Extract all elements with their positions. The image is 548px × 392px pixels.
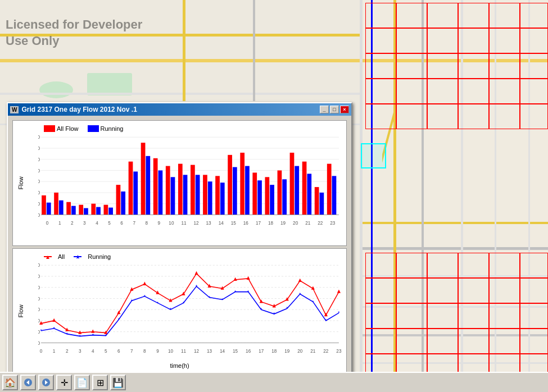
layers-button[interactable]: ⊞ bbox=[92, 375, 108, 390]
svg-rect-80 bbox=[307, 174, 311, 215]
svg-marker-109 bbox=[52, 318, 56, 322]
bar-legend-all-label: All Flow bbox=[57, 125, 79, 132]
svg-text:*: * bbox=[196, 284, 198, 289]
svg-text:12: 12 bbox=[194, 348, 199, 354]
svg-text:11: 11 bbox=[181, 348, 186, 354]
grid-cell bbox=[427, 79, 458, 104]
forward-button[interactable] bbox=[38, 375, 54, 390]
grid-cell bbox=[520, 79, 548, 104]
svg-text:200: 200 bbox=[38, 190, 40, 195]
minimize-button[interactable]: _ bbox=[320, 106, 329, 113]
grid-cell bbox=[458, 104, 489, 129]
grid-cell bbox=[458, 278, 489, 303]
svg-rect-82 bbox=[315, 187, 319, 215]
grid-cell bbox=[458, 28, 489, 53]
grid-cell bbox=[520, 104, 548, 129]
svg-text:16: 16 bbox=[246, 348, 251, 354]
svg-text:600: 600 bbox=[38, 274, 40, 279]
svg-rect-86 bbox=[332, 176, 337, 215]
grid-cell bbox=[396, 303, 427, 329]
svg-rect-41 bbox=[146, 156, 150, 215]
svg-text:9: 9 bbox=[158, 220, 161, 226]
svg-rect-74 bbox=[282, 179, 287, 215]
window-title: Grid 2317 One day Flow 2012 Nov .1 bbox=[21, 106, 137, 113]
grid-cell bbox=[365, 104, 396, 129]
grid-cell bbox=[396, 79, 427, 104]
svg-text:0: 0 bbox=[38, 340, 40, 345]
line-y-label: Flow bbox=[17, 304, 24, 317]
title-bar: W Grid 2317 One day Flow 2012 Nov .1 _ □… bbox=[8, 103, 351, 116]
svg-text:200: 200 bbox=[38, 318, 40, 323]
window-icon: W bbox=[10, 106, 19, 113]
svg-text:100: 100 bbox=[38, 201, 40, 207]
svg-rect-83 bbox=[320, 193, 324, 215]
svg-text:0: 0 bbox=[38, 212, 40, 217]
line-legend-all-label: All bbox=[58, 253, 65, 260]
bar-legend: All Flow Running bbox=[44, 125, 124, 132]
svg-rect-65 bbox=[245, 166, 250, 215]
svg-rect-43 bbox=[153, 158, 158, 215]
svg-text:0: 0 bbox=[40, 348, 43, 354]
svg-rect-67 bbox=[252, 172, 257, 215]
grid-cell bbox=[427, 104, 458, 129]
svg-rect-17 bbox=[47, 203, 51, 215]
grid-cell bbox=[520, 303, 548, 329]
svg-text:19: 19 bbox=[280, 220, 286, 226]
chart-window: W Grid 2317 One day Flow 2012 Nov .1 _ □… bbox=[7, 102, 352, 377]
grid-cell bbox=[489, 278, 520, 303]
grid-cell bbox=[458, 79, 489, 104]
back-button[interactable] bbox=[20, 375, 36, 390]
grid-cell bbox=[489, 253, 520, 278]
selected-grid-cell[interactable] bbox=[361, 143, 386, 168]
svg-marker-142 bbox=[194, 271, 198, 275]
svg-text:*: * bbox=[273, 311, 275, 317]
svg-marker-175 bbox=[337, 289, 341, 293]
svg-text:2: 2 bbox=[71, 220, 74, 226]
svg-rect-29 bbox=[96, 207, 101, 215]
maximize-button[interactable]: □ bbox=[330, 106, 339, 113]
svg-text:22: 22 bbox=[323, 348, 328, 354]
svg-text:5: 5 bbox=[105, 348, 107, 354]
grid-cell bbox=[458, 329, 489, 354]
grid-cell bbox=[396, 53, 427, 79]
svg-text:10: 10 bbox=[168, 348, 173, 354]
svg-text:21: 21 bbox=[310, 348, 315, 354]
svg-text:600: 600 bbox=[38, 145, 40, 151]
svg-text:700: 700 bbox=[38, 262, 40, 268]
svg-rect-77 bbox=[295, 166, 299, 215]
svg-text:1: 1 bbox=[53, 348, 56, 354]
grid-cell bbox=[427, 278, 458, 303]
close-button[interactable]: × bbox=[340, 106, 349, 113]
svg-rect-35 bbox=[121, 192, 125, 215]
window-controls: _ □ × bbox=[320, 106, 349, 113]
chart-container: 0100200300400500600700012345678910111213… bbox=[8, 116, 351, 376]
info-button[interactable]: 📄 bbox=[74, 375, 90, 390]
grid-cell bbox=[427, 3, 458, 28]
grid-cell bbox=[458, 253, 489, 278]
home-button[interactable]: 🏠 bbox=[2, 375, 18, 390]
svg-text:18: 18 bbox=[268, 220, 273, 226]
svg-rect-37 bbox=[129, 162, 133, 215]
svg-text:13: 13 bbox=[206, 220, 211, 226]
svg-text:14: 14 bbox=[219, 220, 224, 226]
svg-text:20: 20 bbox=[293, 220, 298, 226]
grid-cell bbox=[396, 278, 427, 303]
pan-button[interactable]: ✛ bbox=[56, 375, 72, 390]
bar-chart-svg: 0100200300400500600700012345678910111213… bbox=[38, 125, 342, 230]
svg-text:21: 21 bbox=[305, 220, 310, 226]
grid-cell bbox=[520, 253, 548, 278]
grid-cell bbox=[427, 329, 458, 354]
grid-cell bbox=[396, 3, 427, 28]
svg-text:7: 7 bbox=[130, 348, 133, 354]
svg-rect-70 bbox=[265, 177, 269, 215]
svg-text:300: 300 bbox=[38, 179, 40, 184]
grid-cell bbox=[396, 28, 427, 53]
svg-text:6: 6 bbox=[120, 220, 123, 226]
svg-text:*: * bbox=[286, 306, 288, 311]
grid-cell bbox=[520, 278, 548, 303]
grid-cell bbox=[458, 53, 489, 79]
svg-rect-76 bbox=[290, 153, 295, 215]
grid-cell bbox=[489, 104, 520, 129]
svg-text:8: 8 bbox=[143, 348, 146, 354]
save-button[interactable]: 💾 bbox=[110, 375, 126, 390]
